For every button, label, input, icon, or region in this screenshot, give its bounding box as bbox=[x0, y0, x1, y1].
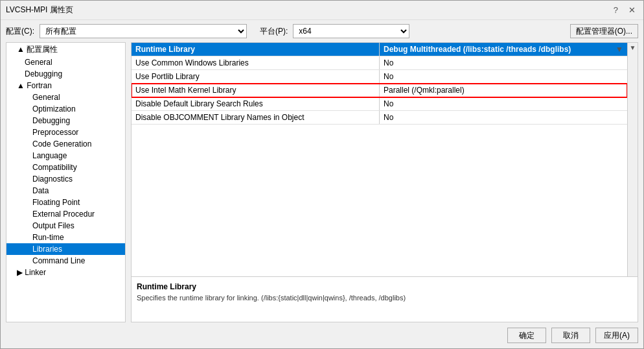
title-controls: ? ✕ bbox=[611, 5, 638, 15]
dropdown-arrow-icon[interactable]: ▼ bbox=[615, 45, 623, 54]
property-value: No bbox=[380, 111, 628, 125]
table-row[interactable]: Runtime LibraryDebug Multithreaded (/lib… bbox=[132, 43, 627, 56]
tree-item-f-compat[interactable]: Compatibility bbox=[6, 162, 125, 173]
table-row[interactable]: Use Intel Math Kernel LibraryParallel (/… bbox=[132, 84, 627, 97]
apply-button[interactable]: 应用(A) bbox=[595, 328, 638, 343]
tree-item-debugging[interactable]: Debugging bbox=[6, 68, 125, 80]
title-bar: LVCSH-MPI 属性页 ? ✕ bbox=[1, 1, 643, 20]
tree-item-f-libraries[interactable]: Libraries bbox=[6, 243, 125, 255]
tree-item-f-debugging[interactable]: Debugging bbox=[6, 115, 125, 126]
tree-item-f-extern[interactable]: External Procedur bbox=[6, 208, 125, 220]
tree-item-f-language[interactable]: Language bbox=[6, 150, 125, 162]
tree-item-f-float[interactable]: Floating Point bbox=[6, 197, 125, 208]
tree-item-f-preprocessor[interactable]: Preprocessor bbox=[6, 126, 125, 138]
dialog: LVCSH-MPI 属性页 ? ✕ 配置(C): 所有配置 平台(P): x64… bbox=[0, 0, 644, 349]
tree-item-config-props[interactable]: ▲ 配置属性 bbox=[6, 43, 125, 56]
tree-item-f-runtime[interactable]: Run-time bbox=[6, 232, 125, 243]
table-row[interactable]: Disable OBJCOMMENT Library Names in Obje… bbox=[132, 111, 627, 125]
tree-item-f-output[interactable]: Output Files bbox=[6, 220, 125, 232]
properties-table-wrapper: Runtime LibraryDebug Multithreaded (/lib… bbox=[132, 43, 627, 276]
tree-item-f-diag[interactable]: Diagnostics bbox=[6, 173, 125, 185]
tree-item-f-cmdline[interactable]: Command Line bbox=[6, 255, 125, 267]
property-name: Disable OBJCOMMENT Library Names in Obje… bbox=[132, 111, 380, 125]
confirm-button[interactable]: 确定 bbox=[507, 328, 546, 343]
footer: 确定 取消 应用(A) bbox=[1, 322, 643, 348]
property-value: Debug Multithreaded (/libs:static /threa… bbox=[380, 43, 628, 56]
config-select[interactable]: 所有配置 bbox=[40, 24, 247, 38]
tree-item-f-general[interactable]: General bbox=[6, 91, 125, 103]
property-name: Use Portlib Library bbox=[132, 70, 380, 84]
cancel-button[interactable]: 取消 bbox=[551, 328, 590, 343]
platform-select[interactable]: x64 bbox=[293, 24, 409, 38]
tree-item-linker[interactable]: ▶ Linker bbox=[6, 267, 125, 278]
scroll-arrow[interactable]: ▼ bbox=[627, 43, 638, 276]
property-value: No bbox=[380, 56, 628, 70]
property-value: No bbox=[380, 70, 628, 84]
table-row[interactable]: Use Common Windows LibrariesNo bbox=[132, 56, 627, 70]
main-content: ▲ 配置属性GeneralDebugging▲ FortranGeneralOp… bbox=[1, 42, 643, 322]
table-row[interactable]: Use Portlib LibraryNo bbox=[132, 70, 627, 84]
property-value: No bbox=[380, 97, 628, 111]
description-panel: Runtime Library Specifies the runtime li… bbox=[132, 276, 638, 322]
close-button[interactable]: ✕ bbox=[626, 5, 638, 15]
properties-table: Runtime LibraryDebug Multithreaded (/lib… bbox=[132, 43, 627, 125]
platform-label: 平台(P): bbox=[260, 26, 288, 37]
config-manager-button[interactable]: 配置管理器(O)... bbox=[570, 24, 638, 38]
help-button[interactable]: ? bbox=[611, 5, 621, 15]
config-bar: 配置(C): 所有配置 平台(P): x64 配置管理器(O)... bbox=[1, 20, 643, 42]
property-name: Use Intel Math Kernel Library bbox=[132, 84, 380, 97]
property-name: Use Common Windows Libraries bbox=[132, 56, 380, 70]
property-name: Runtime Library bbox=[132, 43, 380, 56]
right-panel: Runtime LibraryDebug Multithreaded (/lib… bbox=[131, 42, 638, 322]
dialog-title: LVCSH-MPI 属性页 bbox=[6, 5, 73, 16]
tree-item-general[interactable]: General bbox=[6, 56, 125, 68]
tree-item-f-codegen[interactable]: Code Generation bbox=[6, 138, 125, 150]
description-text: Specifies the runtime library for linkin… bbox=[137, 294, 632, 302]
tree-item-f-data[interactable]: Data bbox=[6, 185, 125, 197]
property-value: Parallel (/Qmkl:parallel) bbox=[380, 84, 628, 97]
property-name: Disable Default Library Search Rules bbox=[132, 97, 380, 111]
description-title: Runtime Library bbox=[137, 282, 632, 291]
tree-item-fortran[interactable]: ▲ Fortran bbox=[6, 80, 125, 91]
table-row[interactable]: Disable Default Library Search RulesNo bbox=[132, 97, 627, 111]
left-panel: ▲ 配置属性GeneralDebugging▲ FortranGeneralOp… bbox=[6, 42, 126, 322]
config-label: 配置(C): bbox=[6, 26, 34, 37]
tree-item-f-optimization[interactable]: Optimization bbox=[6, 103, 125, 115]
